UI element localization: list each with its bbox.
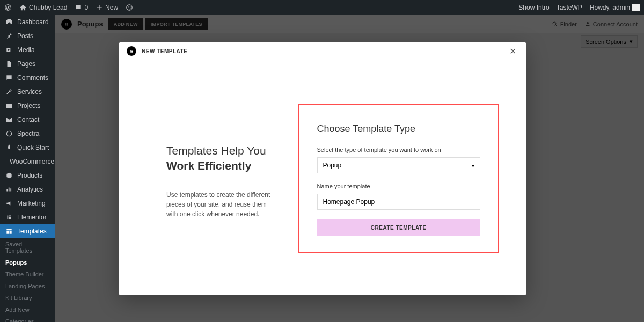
sidebar-item-elementor[interactable]: Elementor xyxy=(0,210,55,224)
site-name-link[interactable]: Chubby Lead xyxy=(19,4,67,11)
sidebar-item-woocommerce[interactable]: WooCommerce xyxy=(0,155,55,169)
template-type-select[interactable]: Popup ▾ xyxy=(317,157,480,173)
media-icon xyxy=(5,46,13,54)
megaphone-icon xyxy=(5,200,13,207)
chevron-down-icon: ▾ xyxy=(472,163,474,169)
comments-link[interactable]: 0 xyxy=(75,4,88,11)
plus-icon xyxy=(96,4,103,11)
modal-headline: Templates Help You Work Efficiently xyxy=(166,143,277,174)
rocket-icon xyxy=(5,144,13,151)
modal-badge xyxy=(127,46,136,56)
sidebar-item-contact[interactable]: Contact xyxy=(0,113,55,127)
template-name-input[interactable] xyxy=(317,194,480,210)
site-name: Chubby Lead xyxy=(29,4,67,11)
form-title: Choose Template Type xyxy=(317,123,480,135)
dashboard-icon xyxy=(5,18,13,26)
box-icon xyxy=(5,172,13,179)
sidebar-item-projects[interactable]: Projects xyxy=(0,99,55,113)
modal-description: Use templates to create the different pi… xyxy=(166,190,277,219)
comments-icon xyxy=(5,74,13,82)
subitem-add-new[interactable]: Add New xyxy=(0,304,55,316)
wrench-icon xyxy=(5,88,13,96)
wp-admin-bar: Chubby Lead 0 New Show Intro – TasteWP H… xyxy=(0,0,644,15)
sidebar-item-dashboard[interactable]: Dashboard xyxy=(0,15,55,29)
chart-icon xyxy=(5,186,13,193)
new-link[interactable]: New xyxy=(96,4,118,11)
subitem-theme-builder[interactable]: Theme Builder xyxy=(0,268,55,280)
svg-point-1 xyxy=(128,6,129,7)
sidebar-item-services[interactable]: Services xyxy=(0,85,55,99)
type-label: Select the type of template you want to … xyxy=(317,147,480,153)
page-icon xyxy=(5,60,13,68)
modal-title: NEW TEMPLATE xyxy=(142,48,187,54)
wordpress-icon xyxy=(4,4,12,11)
template-icon xyxy=(5,228,13,235)
smile-icon xyxy=(126,4,133,11)
comment-icon xyxy=(75,4,82,11)
wp-logo[interactable] xyxy=(4,4,12,11)
sidebar-item-pages[interactable]: Pages xyxy=(0,57,55,71)
sidebar-item-spectra[interactable]: Spectra xyxy=(0,127,55,141)
pin-icon xyxy=(5,32,13,40)
subitem-popups[interactable]: Popups xyxy=(0,257,55,268)
template-form: Choose Template Type Select the type of … xyxy=(298,104,499,253)
show-intro-link[interactable]: Show Intro – TasteWP xyxy=(518,4,582,11)
home-icon xyxy=(19,4,27,11)
elementor-logo-icon xyxy=(129,49,134,54)
svg-point-0 xyxy=(127,5,133,11)
avatar xyxy=(632,4,640,11)
envelope-icon xyxy=(5,116,13,123)
new-template-modal: NEW TEMPLATE ✕ Templates Help You Work E… xyxy=(119,42,526,295)
subitem-landing-pages[interactable]: Landing Pages xyxy=(0,280,55,292)
sidebar-item-media[interactable]: Media xyxy=(0,43,55,57)
sidebar-item-quick-start[interactable]: Quick Start xyxy=(0,141,55,155)
sidebar-item-products[interactable]: Products xyxy=(0,169,55,182)
sidebar-item-analytics[interactable]: Analytics xyxy=(0,182,55,196)
close-button[interactable]: ✕ xyxy=(507,44,518,58)
close-icon: ✕ xyxy=(509,47,516,56)
sidebar-item-templates[interactable]: Templates xyxy=(0,224,55,238)
spectra-icon xyxy=(5,130,13,137)
sidebar-item-marketing[interactable]: Marketing xyxy=(0,196,55,210)
subitem-kit-library[interactable]: Kit Library xyxy=(0,292,55,304)
folder-icon xyxy=(5,102,13,109)
create-template-button[interactable]: CREATE TEMPLATE xyxy=(317,219,480,236)
svg-point-2 xyxy=(130,6,130,7)
sidebar-item-comments[interactable]: Comments xyxy=(0,71,55,85)
subitem-saved-templates[interactable]: Saved Templates xyxy=(0,238,55,257)
elementor-icon xyxy=(5,214,13,221)
subitem-categories[interactable]: Categories xyxy=(0,316,55,322)
sidebar-item-posts[interactable]: Posts xyxy=(0,29,55,43)
howdy-link[interactable]: Howdy, admin xyxy=(590,4,640,11)
svg-point-3 xyxy=(6,131,11,136)
admin-sidebar: Dashboard Posts Media Pages Comments Ser… xyxy=(0,15,55,322)
name-label: Name your template xyxy=(317,183,480,189)
modal-header: NEW TEMPLATE ✕ xyxy=(119,42,526,60)
happy-addons-link[interactable] xyxy=(126,4,133,11)
